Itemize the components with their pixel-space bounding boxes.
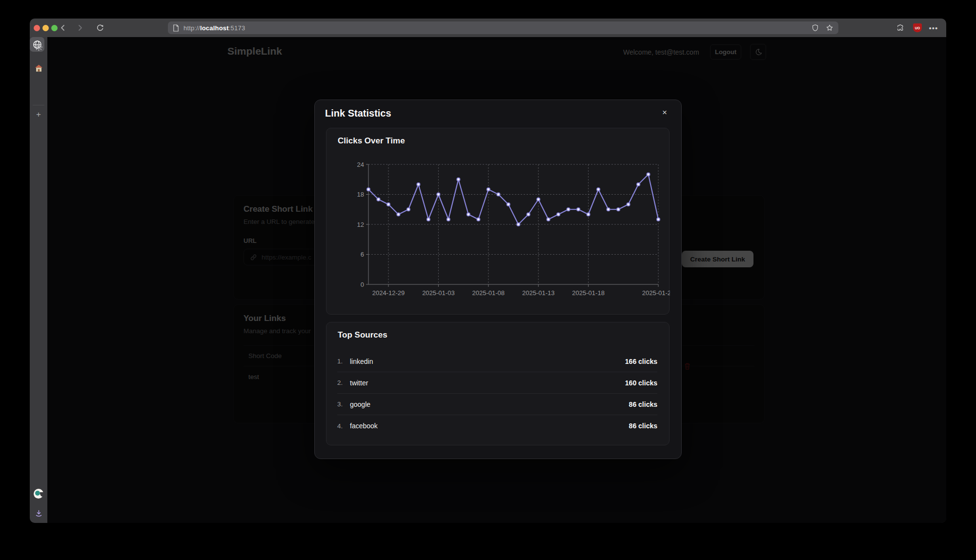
traffic-close-button[interactable] <box>34 25 40 31</box>
source-row: 4.facebook86 clicks <box>337 415 657 437</box>
svg-text:2025-01-13: 2025-01-13 <box>522 289 555 297</box>
clicks-line-chart: 061218242024-12-292025-01-032025-01-0820… <box>326 150 670 311</box>
source-row: 1.linkedin166 clicks <box>337 351 657 372</box>
source-rank: 4. <box>337 422 350 430</box>
source-rank: 1. <box>337 358 350 365</box>
url-bar[interactable]: http://localhost:5173 <box>168 21 838 34</box>
browser-menu-button[interactable]: ••• <box>928 22 939 34</box>
back-icon <box>59 24 67 32</box>
source-clicks: 86 clicks <box>629 400 657 408</box>
web-page: SimpleLink Welcome, test@test.com Logout… <box>47 37 946 523</box>
svg-text:2025-01-08: 2025-01-08 <box>472 289 505 297</box>
top-sources-card: Top Sources 1.linkedin166 clicks2.twitte… <box>326 322 670 445</box>
ublock-extension-button[interactable]: UO <box>912 22 923 34</box>
svg-text:18: 18 <box>357 191 364 198</box>
downloads-button[interactable] <box>33 507 44 519</box>
tab-home-favicon[interactable] <box>30 62 47 74</box>
reload-icon <box>96 23 104 32</box>
modal-close-button[interactable]: × <box>658 106 671 120</box>
source-clicks: 160 clicks <box>625 379 657 387</box>
back-button[interactable] <box>57 22 69 34</box>
svg-text:0: 0 <box>361 281 364 288</box>
svg-text:2025-01-18: 2025-01-18 <box>572 289 605 297</box>
link-statistics-modal: Link Statistics × Clicks Over Time 06121… <box>314 100 682 459</box>
star-icon[interactable] <box>826 24 834 32</box>
screen: http://localhost:5173 UO <box>0 0 976 560</box>
traffic-minimize-button[interactable] <box>42 25 49 31</box>
chart-title: Clicks Over Time <box>338 136 405 146</box>
top-sources-title: Top Sources <box>338 330 387 340</box>
home-icon <box>35 64 43 72</box>
settings-tab-button[interactable] <box>30 41 47 53</box>
browser-chrome: http://localhost:5173 UO <box>30 19 946 37</box>
source-name: twitter <box>350 379 368 387</box>
plus-icon: + <box>36 110 41 120</box>
svg-text:2024-12-29: 2024-12-29 <box>372 289 405 297</box>
new-tab-button[interactable]: + <box>30 109 47 120</box>
sidebar-divider <box>33 105 44 105</box>
menu-dots-icon: ••• <box>929 24 938 32</box>
source-rank: 3. <box>337 400 350 408</box>
source-rank: 2. <box>337 379 350 386</box>
source-name: google <box>350 400 370 408</box>
source-clicks: 166 clicks <box>625 358 657 365</box>
source-clicks: 86 clicks <box>629 422 657 430</box>
puzzle-icon <box>896 23 905 32</box>
forward-button[interactable] <box>74 22 86 34</box>
extensions-button[interactable] <box>895 22 906 34</box>
browser-window: http://localhost:5173 UO <box>30 19 946 523</box>
download-icon <box>35 509 43 518</box>
reload-button[interactable] <box>94 22 106 34</box>
svg-text:12: 12 <box>357 221 364 228</box>
svg-text:2025-01-03: 2025-01-03 <box>422 289 455 297</box>
ublock-shield-icon: UO <box>913 23 922 32</box>
shield-icon[interactable] <box>812 24 819 32</box>
source-row: 2.twitter160 clicks <box>337 372 657 394</box>
clicks-over-time-card: Clicks Over Time 061218242024-12-292025-… <box>326 128 670 315</box>
svg-text:24: 24 <box>357 161 364 168</box>
modal-title: Link Statistics <box>325 108 391 119</box>
top-sources-list: 1.linkedin166 clicks2.twitter160 clicks3… <box>337 351 657 437</box>
source-name: linkedin <box>350 358 373 365</box>
source-row: 3.google86 clicks <box>337 394 657 415</box>
forward-icon <box>76 24 84 32</box>
close-icon: × <box>662 108 667 118</box>
source-name: facebook <box>350 422 378 430</box>
pin-logo-icon[interactable] <box>34 489 43 499</box>
url-text: http://localhost:5173 <box>183 24 245 32</box>
svg-text:2025-01-25: 2025-01-25 <box>642 289 670 297</box>
svg-text:6: 6 <box>361 251 364 258</box>
gear-icon <box>35 43 43 51</box>
document-icon <box>173 24 179 32</box>
tab-sidebar: + <box>30 37 47 523</box>
